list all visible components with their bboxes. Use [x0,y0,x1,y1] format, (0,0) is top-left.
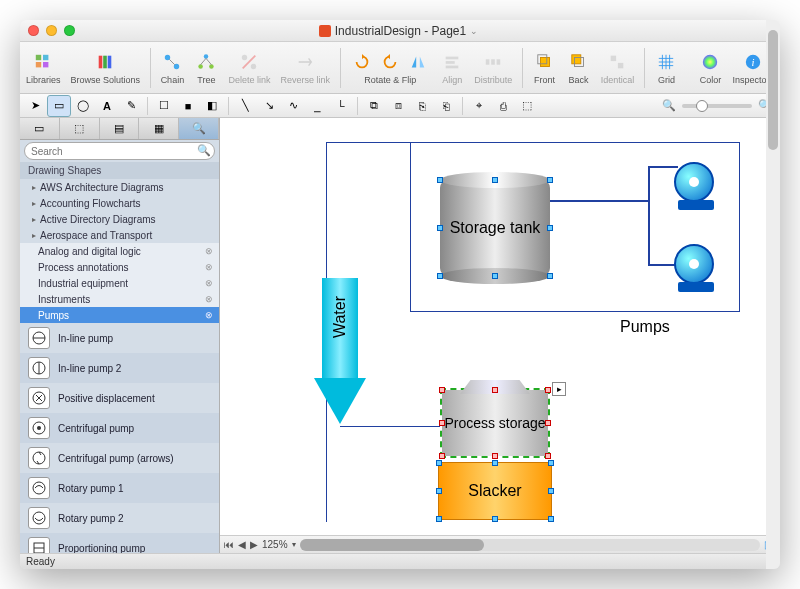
pump-shape-2[interactable] [674,244,724,288]
arrow-tool[interactable]: ↘ [258,96,280,116]
ungroup-tool[interactable]: ⧈ [387,96,409,116]
shape-item[interactable]: In-line pump 2 [20,353,219,383]
category-item[interactable]: ▸AWS Architecture Diagrams [20,179,219,195]
identical-button[interactable] [605,50,629,74]
category-item[interactable]: Analog and digital logic⊗ [20,243,219,259]
status-bar: Ready [20,553,780,569]
tree-button[interactable] [194,50,218,74]
sb-tab-2[interactable]: ⬚ [60,118,100,139]
shape-name: Proportioning pump [58,543,145,554]
shape-item[interactable]: Positive displacement [20,383,219,413]
search-input[interactable] [24,142,215,160]
flip-button[interactable] [406,50,430,74]
color-button[interactable] [698,50,722,74]
align-button[interactable] [440,50,464,74]
inspectors-button[interactable]: i [741,50,765,74]
text-tool[interactable]: A [96,96,118,116]
export-tool[interactable]: ⬚ [516,96,538,116]
ellipse-tool[interactable]: ◯ [72,96,94,116]
shape-item[interactable]: In-line pump [20,323,219,353]
distribute-button[interactable] [481,50,505,74]
storage-tank-label: Storage tank [440,180,550,276]
svg-point-11 [199,64,204,69]
fill-black-tool[interactable]: ■ [177,96,199,116]
chain-button[interactable] [160,50,184,74]
front-button[interactable] [533,50,557,74]
rotate-flip-label: Rotate & Flip [364,75,416,85]
fill-more-tool[interactable]: ◧ [201,96,223,116]
shape-item[interactable]: Rotary pump 2 [20,503,219,533]
pointer-tool[interactable]: ➤ [24,96,46,116]
shape-item[interactable]: Rotary pump 1 [20,473,219,503]
storage-tank-shape[interactable]: Storage tank [440,180,550,276]
play-icon[interactable]: ▸ [552,382,566,396]
category-item-selected[interactable]: Pumps⊗ [20,307,219,323]
category-item[interactable]: Process annotations⊗ [20,259,219,275]
unlock-tool[interactable]: ⎗ [435,96,457,116]
page-first-icon[interactable]: ⏮ [224,539,234,550]
h-scrollbar-row: ⏮ ◀ ▶ 125% ▾ ▯▯▯ [220,535,780,553]
snap-tool[interactable]: ⌖ [468,96,490,116]
grid-label: Grid [658,75,675,85]
zoom-value[interactable]: 125% [262,539,288,550]
shape-item[interactable]: Centrifugal pump (arrows) [20,443,219,473]
rect-tool[interactable]: ▭ [48,96,70,116]
shape-item[interactable]: Centrifugal pump [20,413,219,443]
sb-tab-5[interactable]: 🔍 [179,118,219,139]
category-item[interactable]: Instruments⊗ [20,291,219,307]
reverse-link-button[interactable] [293,50,317,74]
category-item[interactable]: Industrial equipment⊗ [20,275,219,291]
curve-tool[interactable]: ∿ [282,96,304,116]
shape-icon [28,537,50,553]
page-next-icon[interactable]: ▶ [250,539,258,550]
main-toolbar: Libraries Browse Solutions Chain Tree De… [20,42,780,94]
sb-tab-1[interactable]: ▭ [20,118,60,139]
delete-link-button[interactable] [237,50,261,74]
chevron-down-icon[interactable]: ⌄ [470,26,478,36]
chevron-down-icon[interactable]: ▾ [292,540,296,549]
category-item[interactable]: ▸Active Directory Diagrams [20,211,219,227]
slacker-shape[interactable]: Slacker [438,462,552,520]
browse-solutions-button[interactable] [93,50,117,74]
pump-shape-1[interactable] [674,162,724,206]
close-icon[interactable] [28,25,39,36]
shape-name: In-line pump [58,333,113,344]
zoom-out-icon[interactable]: 🔍 [658,96,680,116]
category-item[interactable]: ▸Aerospace and Transport [20,227,219,243]
slacker-label: Slacker [468,482,521,500]
shape-name: In-line pump 2 [58,363,121,374]
category-item[interactable]: ▸Accounting Flowcharts [20,195,219,211]
svg-rect-2 [36,62,41,67]
page-prev-icon[interactable]: ◀ [238,539,246,550]
pen-tool[interactable]: ✎ [120,96,142,116]
libraries-button[interactable] [31,50,55,74]
svg-rect-5 [103,56,107,69]
fill-none-tool[interactable]: ☐ [153,96,175,116]
minimize-icon[interactable] [46,25,57,36]
svg-rect-4 [99,56,103,69]
line-tool[interactable]: ╲ [234,96,256,116]
sb-tab-3[interactable]: ▤ [100,118,140,139]
process-storage-shape[interactable]: Process storage ▸ [440,388,550,458]
rotate-left-button[interactable] [350,50,374,74]
elbow-tool[interactable]: └ [330,96,352,116]
grid-button[interactable] [654,50,678,74]
canvas[interactable]: Storage tank Pumps Water [220,118,780,535]
back-button[interactable] [567,50,591,74]
sb-tab-4[interactable]: ▦ [139,118,179,139]
water-arrow-shape[interactable]: Water [314,278,366,428]
shape-name: Rotary pump 1 [58,483,124,494]
shape-item[interactable]: Proportioning pump [20,533,219,553]
group-tool[interactable]: ⧉ [363,96,385,116]
connector-tool[interactable]: ⎯ [306,96,328,116]
maximize-icon[interactable] [64,25,75,36]
print-tool[interactable]: ⎙ [492,96,514,116]
svg-line-13 [201,58,206,64]
lock-tool[interactable]: ⎘ [411,96,433,116]
shape-name: Positive displacement [58,393,155,404]
vscrollbar[interactable] [766,118,780,553]
svg-rect-3 [43,62,48,67]
rotate-right-button[interactable] [378,50,402,74]
zoom-slider[interactable] [682,104,752,108]
hscrollbar[interactable] [300,539,760,551]
